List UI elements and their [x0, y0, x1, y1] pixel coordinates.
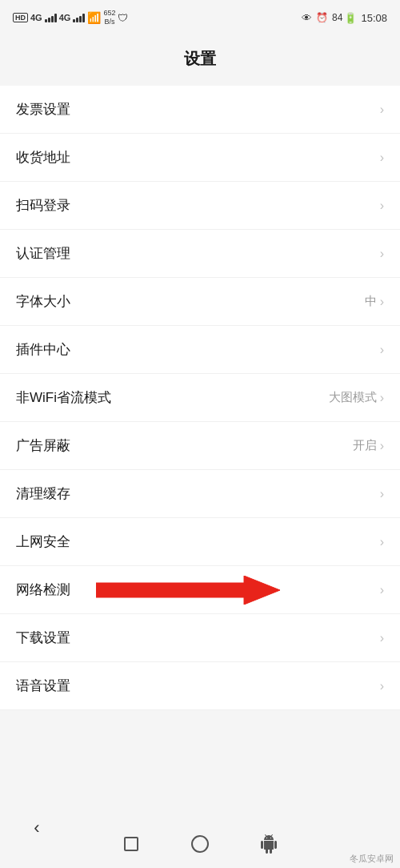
settings-right-download: › [380, 631, 384, 645]
settings-right-netcheck: › [380, 583, 384, 597]
settings-item-netcheck[interactable]: 网络检测 › [0, 566, 400, 614]
settings-item-clearcache[interactable]: 清理缓存 › [0, 470, 400, 518]
chevron-address: › [380, 151, 384, 165]
settings-label-netsecurity: 上网安全 [16, 532, 70, 551]
nav-android-button[interactable] [254, 830, 283, 858]
settings-right-invoice: › [380, 102, 384, 117]
svg-marker-0 [96, 576, 280, 605]
nav-square-icon [124, 837, 138, 851]
settings-right-adblock: 开启 › [353, 438, 384, 453]
settings-item-download[interactable]: 下载设置 › [0, 614, 400, 662]
page-title: 设置 [0, 48, 400, 70]
network-speed: 652B/s [103, 9, 115, 26]
settings-label-clearcache: 清理缓存 [16, 484, 70, 503]
settings-label-netcheck: 网络检测 [16, 581, 70, 599]
settings-list: 发票设置 › 收货地址 › 扫码登录 › 认证管理 › 字体大小 中 › 插件中… [0, 86, 400, 710]
signal-bars-1 [45, 13, 57, 22]
settings-right-netsecurity: › [380, 535, 384, 549]
settings-item-voice[interactable]: 语音设置 › [0, 662, 400, 710]
hd-badge: HD [13, 13, 28, 22]
settings-item-fontsize[interactable]: 字体大小 中 › [0, 278, 400, 326]
nav-recent-button[interactable] [117, 830, 146, 858]
settings-item-address[interactable]: 收货地址 › [0, 134, 400, 182]
status-bar: HD 4G 4G 📶 652B/s 🛡 👁 ⏰ 84 🔋 15:08 [0, 0, 400, 35]
settings-label-address: 收货地址 [16, 148, 70, 167]
settings-label-plugin: 插件中心 [16, 340, 70, 359]
settings-label-invoice: 发票设置 [16, 100, 70, 119]
nav-circle-icon [191, 835, 209, 853]
chevron-voice: › [380, 679, 384, 693]
settings-label-download: 下载设置 [16, 629, 70, 647]
chevron-netsecurity: › [380, 535, 384, 549]
red-arrow [96, 576, 280, 605]
adblock-value: 开启 [353, 438, 377, 453]
nav-home-button[interactable] [186, 830, 214, 858]
back-button[interactable]: ‹ [19, 810, 54, 846]
status-left: HD 4G 4G 📶 652B/s 🛡 [13, 9, 128, 26]
signal-4g-2: 4G [59, 13, 71, 22]
battery-icon: 🔋 [344, 12, 357, 24]
arrow-annotation [96, 576, 280, 605]
settings-label-qrscan: 扫码登录 [16, 196, 70, 215]
signal-4g-1: 4G [30, 13, 42, 22]
nav-system-buttons [117, 830, 283, 858]
settings-right-auth: › [380, 247, 384, 261]
settings-right-fontsize: 中 › [365, 294, 384, 309]
settings-label-adblock: 广告屏蔽 [16, 436, 70, 455]
settings-item-plugin[interactable]: 插件中心 › [0, 326, 400, 374]
clock-icon: ⏰ [316, 12, 328, 23]
settings-item-auth[interactable]: 认证管理 › [0, 230, 400, 278]
chevron-qrscan: › [380, 199, 384, 213]
chevron-invoice: › [380, 102, 384, 117]
settings-item-netsecurity[interactable]: 上网安全 › [0, 518, 400, 566]
android-icon [259, 834, 278, 854]
settings-label-fontsize: 字体大小 [16, 292, 70, 311]
chevron-fontsize: › [380, 295, 384, 309]
battery-level: 84 [332, 12, 342, 23]
chevron-plugin: › [380, 343, 384, 357]
settings-item-nowifi[interactable]: 非WiFi省流模式 大图模式 › [0, 374, 400, 422]
bottom-nav: ‹ [0, 804, 400, 868]
chevron-auth: › [380, 247, 384, 261]
fontsize-value: 中 [365, 294, 377, 309]
chevron-nowifi: › [380, 391, 384, 405]
settings-label-nowifi: 非WiFi省流模式 [16, 388, 111, 407]
settings-right-qrscan: › [380, 199, 384, 213]
watermark: 冬瓜安卓网 [350, 853, 394, 865]
chevron-clearcache: › [380, 487, 384, 501]
settings-right-voice: › [380, 679, 384, 693]
time-display: 15:08 [361, 12, 387, 24]
chevron-netcheck: › [380, 583, 384, 597]
shield-icon: 🛡 [118, 12, 128, 24]
settings-right-address: › [380, 151, 384, 165]
chevron-adblock: › [380, 439, 384, 453]
settings-label-auth: 认证管理 [16, 244, 70, 263]
settings-label-voice: 语音设置 [16, 677, 70, 695]
status-right: 👁 ⏰ 84 🔋 15:08 [302, 12, 387, 24]
nowifi-value: 大图模式 [329, 390, 377, 405]
settings-item-invoice[interactable]: 发票设置 › [0, 86, 400, 134]
settings-right-nowifi: 大图模式 › [329, 390, 384, 405]
eye-icon: 👁 [302, 12, 312, 24]
battery-container: 84 🔋 [332, 12, 357, 24]
signal-bars-2 [73, 13, 85, 22]
page-title-container: 设置 [0, 35, 400, 86]
chevron-download: › [380, 631, 384, 645]
wifi-icon: 📶 [87, 11, 101, 24]
settings-item-qrscan[interactable]: 扫码登录 › [0, 182, 400, 230]
settings-item-adblock[interactable]: 广告屏蔽 开启 › [0, 422, 400, 470]
settings-right-clearcache: › [380, 487, 384, 501]
settings-right-plugin: › [380, 343, 384, 357]
